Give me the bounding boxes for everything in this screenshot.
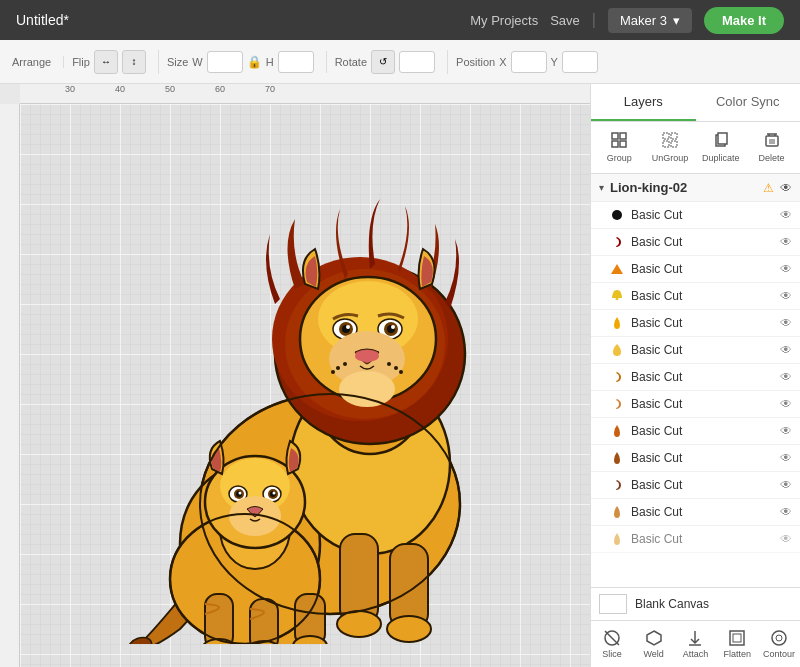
duplicate-button[interactable]: Duplicate	[697, 128, 746, 167]
canvas-area[interactable]: 30 40 50 60 70	[0, 84, 590, 667]
x-input[interactable]	[511, 51, 547, 73]
weld-icon	[645, 629, 663, 647]
position-label: Position	[456, 56, 495, 68]
layer-item[interactable]: Basic Cut 👁	[591, 337, 800, 364]
size-group: Size W 🔒 H	[167, 51, 327, 73]
layer-item[interactable]: Basic Cut 👁	[591, 310, 800, 337]
layer-item[interactable]: Basic Cut 👁	[591, 472, 800, 499]
blank-canvas-bar: Blank Canvas	[591, 587, 800, 620]
group-button[interactable]: Group	[595, 128, 644, 167]
layer-eye-9[interactable]: 👁	[780, 451, 792, 465]
layer-eye-5[interactable]: 👁	[780, 343, 792, 357]
layer-color-1	[609, 234, 625, 250]
chevron-down-icon: ▾	[673, 13, 680, 28]
layer-item[interactable]: Basic Cut 👁	[591, 391, 800, 418]
lion-illustration	[50, 124, 530, 644]
flip-group: Flip ↔ ↕	[72, 50, 159, 74]
svg-point-34	[339, 371, 395, 407]
layer-item[interactable]: Basic Cut 👁	[591, 256, 800, 283]
width-input[interactable]	[207, 51, 243, 73]
svg-rect-58	[612, 141, 618, 147]
slice-button[interactable]: Slice	[591, 625, 633, 663]
svg-rect-65	[718, 133, 727, 144]
ruler-tick-40: 40	[115, 84, 125, 94]
layer-color-9	[609, 450, 625, 466]
tab-color-sync[interactable]: Color Sync	[696, 84, 801, 121]
ruler-tick-70: 70	[265, 84, 275, 94]
layer-item[interactable]: Basic Cut 👁	[591, 202, 800, 229]
main-area: 30 40 50 60 70	[0, 84, 800, 667]
layer-color-0	[609, 207, 625, 223]
layer-eye-2[interactable]: 👁	[780, 262, 792, 276]
size-label: Size	[167, 56, 188, 68]
layer-eye-7[interactable]: 👁	[780, 397, 792, 411]
layer-eye-1[interactable]: 👁	[780, 235, 792, 249]
delete-button[interactable]: Delete	[747, 128, 796, 167]
layer-name-11: Basic Cut	[631, 505, 774, 519]
layers-list: Basic Cut 👁 Basic Cut 👁 Basic Cut 👁	[591, 202, 800, 587]
svg-point-32	[394, 366, 398, 370]
layer-eye-6[interactable]: 👁	[780, 370, 792, 384]
svg-point-30	[331, 370, 335, 374]
svg-rect-56	[612, 133, 618, 139]
group-icon	[611, 132, 627, 151]
svg-point-33	[399, 370, 403, 374]
height-input[interactable]	[278, 51, 314, 73]
flatten-icon	[728, 629, 746, 647]
contour-button[interactable]: Contour	[758, 625, 800, 663]
flatten-button[interactable]: Flatten	[716, 625, 758, 663]
layer-item[interactable]: Basic Cut 👁	[591, 418, 800, 445]
layer-name-8: Basic Cut	[631, 424, 774, 438]
make-it-button[interactable]: Make It	[704, 7, 784, 34]
maker-selector[interactable]: Maker 3 ▾	[608, 8, 692, 33]
svg-point-52	[273, 492, 276, 495]
layer-eye-4[interactable]: 👁	[780, 316, 792, 330]
layer-eye-10[interactable]: 👁	[780, 478, 792, 492]
svg-rect-63	[671, 141, 677, 147]
layer-item[interactable]: Basic Cut 👁	[591, 526, 800, 553]
layer-item[interactable]: Basic Cut 👁	[591, 229, 800, 256]
arrange-group: Arrange	[12, 56, 64, 68]
layer-color-7	[609, 396, 625, 412]
svg-marker-74	[611, 264, 623, 274]
svg-point-29	[336, 366, 340, 370]
group-title: Lion-king-02	[610, 180, 757, 195]
svg-rect-37	[250, 599, 278, 644]
svg-rect-57	[620, 133, 626, 139]
flip-v-button[interactable]: ↕	[122, 50, 146, 74]
app-title: Untitled*	[16, 12, 69, 28]
rotate-label: Rotate	[335, 56, 367, 68]
save-button[interactable]: Save	[550, 13, 580, 28]
group-visibility-toggle[interactable]: 👁	[780, 181, 792, 195]
layer-color-8	[609, 423, 625, 439]
my-projects-link[interactable]: My Projects	[470, 13, 538, 28]
flip-h-button[interactable]: ↔	[94, 50, 118, 74]
layer-item[interactable]: Basic Cut 👁	[591, 364, 800, 391]
attach-button[interactable]: Attach	[675, 625, 717, 663]
layer-item[interactable]: Basic Cut 👁	[591, 283, 800, 310]
slice-icon	[603, 629, 621, 647]
y-input[interactable]	[562, 51, 598, 73]
divider: |	[592, 11, 596, 29]
rotate-ccw-button[interactable]: ↺	[371, 50, 395, 74]
layer-item[interactable]: Basic Cut 👁	[591, 499, 800, 526]
group-expand-arrow[interactable]: ▾	[599, 182, 604, 193]
w-label: W	[192, 56, 202, 68]
svg-point-51	[239, 492, 242, 495]
ungroup-button[interactable]: UnGroup	[646, 128, 695, 167]
layer-name-5: Basic Cut	[631, 343, 774, 357]
group-header: ▾ Lion-king-02 ⚠ 👁	[591, 174, 800, 202]
layer-name-6: Basic Cut	[631, 370, 774, 384]
layer-eye-0[interactable]: 👁	[780, 208, 792, 222]
tab-layers[interactable]: Layers	[591, 84, 696, 121]
svg-point-25	[391, 325, 395, 329]
weld-button[interactable]: Weld	[633, 625, 675, 663]
layer-eye-8[interactable]: 👁	[780, 424, 792, 438]
layer-eye-12[interactable]: 👁	[780, 532, 792, 546]
layer-eye-11[interactable]: 👁	[780, 505, 792, 519]
y-label: Y	[551, 56, 558, 68]
layer-item[interactable]: Basic Cut 👁	[591, 445, 800, 472]
rotate-input[interactable]	[399, 51, 435, 73]
layer-eye-3[interactable]: 👁	[780, 289, 792, 303]
layer-color-5	[609, 342, 625, 358]
